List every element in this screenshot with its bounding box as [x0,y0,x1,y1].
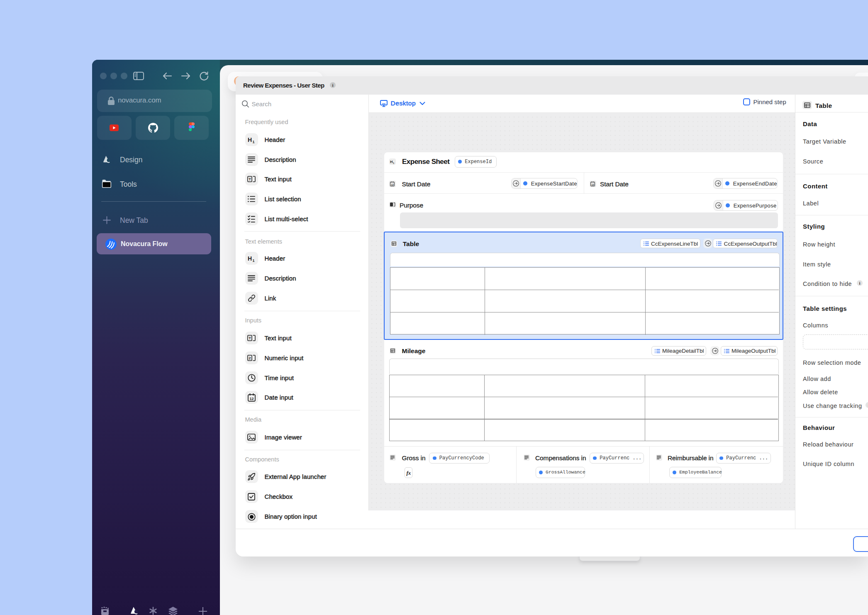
svg-text:1: 1 [252,258,254,262]
svg-text:12: 12 [249,397,254,401]
svg-text:H: H [390,160,393,164]
svg-text:2: 2 [249,356,251,360]
svg-text:H: H [248,255,252,261]
svg-text:H: H [248,136,252,143]
svg-text:1: 1 [393,162,395,164]
svg-text:T: T [249,336,251,340]
svg-text:T: T [249,177,251,181]
svg-text:12: 12 [391,183,394,186]
svg-text:1: 1 [252,139,254,143]
svg-text:12: 12 [592,183,594,186]
